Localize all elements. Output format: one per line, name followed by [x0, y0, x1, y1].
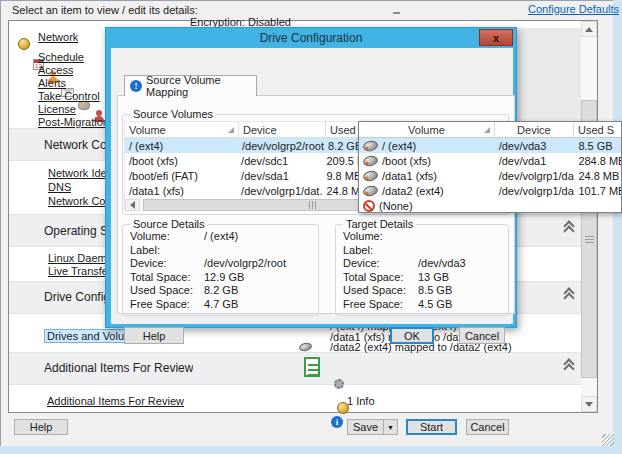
- close-icon[interactable]: x: [479, 29, 513, 46]
- collapsed-marker: [393, 12, 400, 14]
- save-button[interactable]: Save: [347, 419, 383, 435]
- dropdown-column-device[interactable]: Device: [495, 122, 574, 137]
- info-icon: i: [331, 416, 343, 428]
- sidebar-item-access[interactable]: Access: [38, 64, 73, 76]
- collapse-chevron-icon[interactable]: [562, 287, 576, 300]
- sort-icon: [228, 127, 234, 133]
- page-prompt: Select an item to view / edit its detail…: [12, 4, 198, 16]
- review-doc-icon: [304, 357, 320, 377]
- start-button[interactable]: Start: [406, 419, 457, 435]
- tab-source-volume-mapping[interactable]: ! Source Volume Mapping: [124, 75, 257, 96]
- dropdown-item[interactable]: /boot (xfs) /dev/vda1 284.8 MB: [359, 153, 621, 168]
- dialog-help-button[interactable]: Help: [124, 327, 184, 344]
- volume-disc-icon: [362, 169, 379, 182]
- section-header-additional-items: Additional Items For Review: [44, 361, 193, 375]
- target-details-field-values: /dev/vda3 13 GB 8.5 GB 4.5 GB: [418, 230, 466, 311]
- none-icon: [363, 200, 375, 212]
- globe-icon: [18, 38, 30, 50]
- sidebar-item-additional-items-review[interactable]: Additional Items For Review: [47, 395, 184, 407]
- resize-grip[interactable]: [602, 434, 614, 446]
- dropdown-item[interactable]: /data2 (ext4) /dev/volgrp1/data 101.7 MB: [359, 183, 621, 198]
- source-details-label: Source Details: [130, 218, 208, 230]
- dropdown-item-none[interactable]: (None): [359, 198, 621, 213]
- sidebar-item-network[interactable]: Network: [38, 31, 78, 43]
- window-frame-right: [613, 0, 622, 454]
- section-header-drive-configuration: Drive Config: [44, 290, 110, 304]
- dialog-cancel-button[interactable]: Cancel: [459, 327, 505, 344]
- window-frame-bottom: [0, 446, 622, 454]
- ok-button[interactable]: OK: [390, 327, 434, 344]
- dropdown-item[interactable]: / (ext4) /dev/vda3 8.5 GB: [359, 138, 621, 153]
- mapped-to-dropdown-list: Volume Device Used S / (ext4) /dev/vda3 …: [358, 121, 622, 213]
- column-header-device[interactable]: Device: [239, 122, 326, 137]
- help-button[interactable]: Help: [14, 419, 68, 435]
- collapse-chevron-icon[interactable]: [562, 220, 576, 233]
- volume-disc-icon: [362, 139, 379, 152]
- column-header-volume[interactable]: Volume: [125, 122, 239, 137]
- hand-icon: [78, 101, 90, 110]
- section-header-network-configuration: Network Con: [44, 138, 113, 152]
- dropdown-column-used-space[interactable]: Used S: [574, 122, 621, 137]
- dialog-title: Drive Configuration: [106, 28, 516, 48]
- volume-disc-icon: [362, 154, 379, 167]
- info-icon: !: [130, 80, 142, 92]
- scroll-up-icon[interactable]: [581, 21, 597, 37]
- sort-icon: [484, 127, 490, 133]
- sidebar-item-schedule[interactable]: Schedule: [38, 51, 84, 63]
- dropdown-item[interactable]: /data1 (xfs) /dev/volgrp1/data 24.8 MB: [359, 168, 621, 183]
- configure-defaults-link[interactable]: Configure Defaults: [528, 3, 619, 15]
- cancel-button[interactable]: Cancel: [466, 419, 509, 435]
- source-volumes-label: Source Volumes: [130, 108, 216, 120]
- screen: Select an item to view / edit its detail…: [0, 0, 622, 454]
- sidebar-item-license[interactable]: License: [38, 103, 76, 115]
- collapse-chevron-icon[interactable]: [562, 358, 576, 371]
- review-status-badge: 1 Info: [347, 395, 375, 407]
- sidebar-item-post-migration[interactable]: Post-Migration: [38, 116, 109, 128]
- sidebar-item-take-control[interactable]: Take Control: [38, 90, 100, 102]
- scroll-left-icon[interactable]: [125, 199, 140, 211]
- sidebar-item-dns[interactable]: DNS: [48, 181, 71, 193]
- tab-label: Source Volume Mapping: [146, 74, 256, 98]
- sidebar-item-alerts[interactable]: Alerts: [38, 77, 66, 89]
- target-details-label: Target Details: [343, 218, 416, 230]
- scroll-down-icon[interactable]: [581, 396, 597, 412]
- source-details-field-values: / (ext4) /dev/volgrp2/root 12.9 GB 8.2 G…: [204, 230, 286, 311]
- target-details-field-labels: Volume: Label: Device: Total Space: Used…: [343, 230, 406, 311]
- dropdown-column-volume[interactable]: Volume: [359, 122, 495, 137]
- volume-disc-icon: [362, 184, 379, 197]
- section-header-operating-system: Operating S: [44, 224, 108, 238]
- source-details-field-labels: Volume: Label: Device: Total Space: Used…: [130, 230, 193, 311]
- save-dropdown-arrow[interactable]: ▼: [383, 419, 398, 435]
